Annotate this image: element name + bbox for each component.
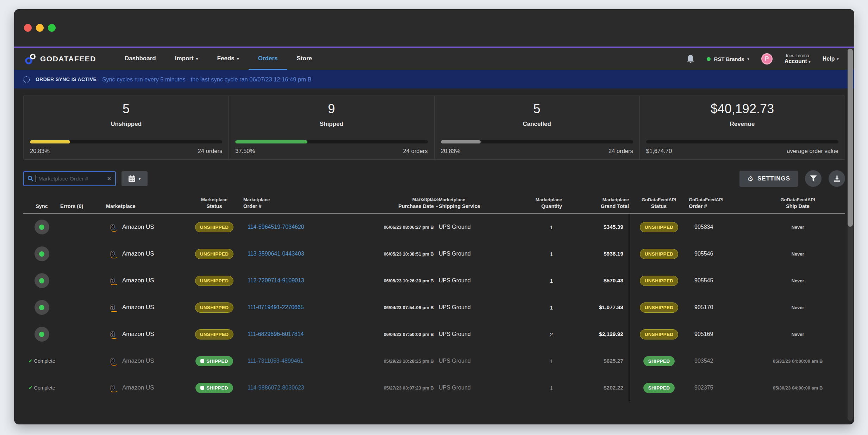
window-minimize-button[interactable]: [36, 24, 44, 32]
amazon-icon: a: [110, 276, 119, 285]
marketplace-status-cell: UNSHIPPED: [185, 329, 243, 339]
chevron-down-icon: ▾: [808, 60, 811, 64]
column-header[interactable]: MarketplacePurchase Date ▲: [345, 196, 439, 210]
marketplace-name: Amazon US: [122, 331, 154, 338]
quantity-cell: 1: [516, 224, 562, 230]
clear-search-icon[interactable]: ×: [107, 175, 112, 182]
godatafeed-status-badge: SHIPPED: [643, 383, 675, 393]
marketplace-order-link[interactable]: 112-7209714-9109013: [248, 277, 304, 283]
sync-status-button[interactable]: [35, 273, 49, 288]
sync-status-button[interactable]: [35, 300, 49, 315]
column-header[interactable]: GoDataFeedAPIStatus ▲: [629, 196, 689, 210]
godatafeed-order-cell: 905169: [689, 331, 750, 337]
store-switcher[interactable]: RST Brands ▾: [707, 56, 749, 62]
toolbar-right: ⚙ SETTINGS: [739, 170, 845, 187]
column-label: Quantity: [541, 203, 562, 209]
column-header[interactable]: MarketplaceStatus ▲: [185, 196, 243, 210]
column-header[interactable]: Sync ▲: [23, 203, 60, 210]
column-header[interactable]: MarketplaceQuantity ▲: [516, 196, 562, 210]
marketplace-name: Amazon US: [122, 223, 154, 231]
stat-count: 5: [30, 102, 222, 116]
marketplace-order-link[interactable]: 111-7311053-4899461: [248, 358, 303, 364]
nav-item[interactable]: Store ▾: [287, 48, 321, 70]
godatafeed-status-badge: UNSHIPPED: [640, 222, 678, 232]
column-header[interactable]: MarketplaceOrder # ▲: [243, 196, 345, 210]
table-row: ✔ a Amazon US: [23, 240, 845, 267]
marketplace-cell: a Amazon US: [106, 383, 185, 392]
nav-item[interactable]: Feeds ▾: [208, 48, 249, 70]
nav-item[interactable]: Dashboard ▾: [115, 48, 166, 70]
stat-count: $40,192.73: [646, 102, 838, 116]
godatafeed-status-cell: UNSHIPPED: [629, 294, 689, 321]
window-maximize-button[interactable]: [48, 24, 56, 32]
shipping-service-cell: UPS Ground: [439, 385, 516, 391]
purchase-date-cell: 05/29/23 10:28:25 pm B: [345, 359, 439, 364]
sync-status-button[interactable]: [35, 327, 49, 342]
table-row: ✔ Complete a Amazon US: [23, 348, 845, 374]
marketplace-name: Amazon US: [122, 357, 154, 364]
navbar-right: RST Brands ▾ P Ines Lerena Account ▾ Hel…: [686, 48, 839, 70]
purchase-date-cell: 06/06/23 08:06:27 pm B: [345, 225, 439, 230]
stat-percent: 37.50%: [235, 148, 255, 154]
column-header[interactable]: MarketplaceShipping Service ▲: [439, 196, 516, 210]
sync-green-dot-icon: [39, 305, 44, 310]
app-logo[interactable]: GODATAFEED: [25, 48, 96, 70]
filter-button[interactable]: [805, 170, 822, 187]
download-icon: [833, 175, 841, 182]
marketplace-order-link[interactable]: 114-5964519-7034620: [248, 224, 304, 230]
checkmark-icon: ✔: [28, 358, 33, 364]
sync-cell: ✔: [23, 220, 60, 234]
help-menu[interactable]: Help ▾: [823, 56, 839, 62]
column-group-label: Marketplace: [562, 196, 629, 203]
amazon-icon: a: [110, 249, 119, 258]
marketplace-order-link[interactable]: 114-9886072-8030623: [248, 385, 304, 391]
grand-total-cell: $345.39: [562, 224, 629, 230]
scrollbar[interactable]: [848, 49, 853, 421]
column-label: Shipping Service: [439, 203, 480, 209]
filter-funnel-icon: [810, 175, 817, 182]
status-badge: Unshipped: [104, 118, 148, 130]
godatafeed-order-cell: 902375: [689, 385, 750, 391]
column-header[interactable]: GoDataFeedAPIShip Date ▲: [750, 196, 845, 210]
search-input[interactable]: [38, 176, 105, 182]
avatar[interactable]: P: [761, 53, 773, 65]
purchase-date-cell: 06/04/23 07:50:00 pm B: [345, 332, 439, 337]
date-range-button[interactable]: ▾: [121, 171, 148, 186]
window-close-button[interactable]: [24, 24, 32, 32]
godatafeed-status-badge: UNSHIPPED: [640, 302, 678, 313]
progress-bar: [441, 140, 633, 143]
quantity-cell: 1: [516, 385, 562, 391]
marketplace-order-link[interactable]: 111-6829696-6017814: [248, 331, 304, 337]
grand-total-cell: $202.22: [562, 385, 629, 391]
godatafeed-status-label: UNSHIPPED: [645, 305, 673, 310]
purchase-date-cell: 06/04/23 07:54:06 pm B: [345, 305, 439, 310]
settings-button[interactable]: ⚙ SETTINGS: [739, 171, 798, 187]
column-header[interactable]: MarketplaceGrand Total ▲: [562, 196, 629, 210]
nav-item[interactable]: Orders ▾: [249, 48, 287, 70]
sync-status-button[interactable]: [35, 220, 49, 234]
account-label: Account: [785, 58, 807, 64]
marketplace-order-link[interactable]: 111-0719491-2270665: [248, 304, 304, 310]
nav-item-label: Store: [297, 55, 312, 62]
godatafeed-status-label: UNSHIPPED: [645, 332, 673, 337]
sync-status-button[interactable]: [35, 246, 49, 261]
notifications-bell-icon[interactable]: [686, 54, 695, 63]
sync-spinner-icon: [23, 76, 30, 83]
column-header[interactable]: GoDataFeedAPIOrder # ▲: [689, 196, 750, 210]
account-menu[interactable]: Ines Lerena Account ▾: [785, 53, 811, 65]
godatafeed-status-label: SHIPPED: [648, 385, 670, 391]
column-header[interactable]: Marketplace ▲: [106, 203, 185, 210]
export-download-button[interactable]: [829, 170, 845, 187]
column-label: Order #: [243, 203, 262, 209]
package-icon: [200, 359, 204, 363]
godatafeed-order-cell: 905170: [689, 304, 750, 311]
grand-total-cell: $2,129.92: [562, 331, 629, 337]
scrollbar-thumb[interactable]: [848, 49, 853, 227]
shipping-service-cell: UPS Ground: [439, 224, 516, 230]
marketplace-order-link[interactable]: 113-3590641-0443403: [248, 251, 304, 257]
nav-item[interactable]: Import ▾: [166, 48, 208, 70]
godatafeed-status-cell: UNSHIPPED: [629, 240, 689, 267]
search-box: ×: [23, 171, 116, 186]
package-icon: [200, 386, 204, 390]
column-header[interactable]: Errors (0) ▲: [60, 203, 106, 210]
